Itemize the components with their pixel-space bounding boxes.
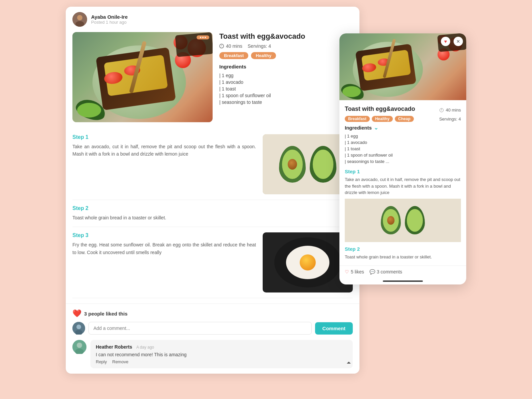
mobile-chevron-icon[interactable]: ⌄	[374, 125, 378, 131]
ingredient-1: | 1 egg	[219, 72, 353, 79]
mobile-close-button[interactable]: ✕	[454, 37, 463, 46]
engagement-section: ❤️ 3 people liked this Comment	[66, 304, 359, 374]
comment-button[interactable]: Comment	[315, 322, 353, 335]
mobile-step-1-image	[345, 199, 461, 242]
mobile-meta-row: Breakfast Healthy Cheap Servings: 4	[345, 116, 461, 122]
scroll-up-button[interactable]	[343, 358, 354, 368]
mobile-avocado-inner-right	[407, 209, 423, 232]
mobile-footer: ♡ 5 likes 💬 3 comments	[339, 265, 466, 278]
mobile-ingredient-2: | 1 avocado	[345, 139, 461, 146]
step-3-title: Step 3	[72, 232, 256, 238]
comment-content: Heather Roberts A day ago I can not reco…	[90, 340, 353, 368]
mobile-content: Toast with egg&avocado 40 mins Breakfast…	[339, 100, 466, 265]
mobile-avocado-half-right	[405, 206, 425, 234]
mobile-time-text: 40 mins	[446, 108, 461, 113]
mobile-time: 40 mins	[440, 108, 461, 113]
mobile-heart-icon: ♡	[345, 269, 349, 274]
mobile-likes-stat[interactable]: ♡ 5 likes	[345, 269, 364, 274]
mobile-step-2-title: Step 2	[345, 246, 461, 252]
mobile-avocado-seed	[387, 216, 394, 225]
ingredient-5: | seasonings to taste	[219, 99, 353, 106]
time-text: 40 mins	[226, 43, 242, 49]
mobile-clock-icon	[440, 108, 444, 112]
post-meta: Ayaba Onile-Ire Posted 1 hour ago	[91, 14, 127, 25]
mobile-likes-text: 5 likes	[351, 269, 364, 274]
step-3-desc: Fry the egg. Heat some sunflower oil. Br…	[72, 241, 256, 256]
mobile-ingredients-header: Ingredients ⌄	[345, 125, 461, 131]
mobile-tag-cheap[interactable]: Cheap	[395, 116, 414, 122]
mobile-tag-breakfast[interactable]: Breakfast	[345, 116, 370, 122]
mobile-ingredient-3: | 1 toast	[345, 146, 461, 152]
svg-point-7	[77, 343, 82, 348]
likes-row: ❤️ 3 people liked this	[72, 309, 353, 318]
step-2-desc: Toast whole grain bread in a toaster or …	[72, 214, 353, 221]
post-header: Ayaba Onile-Ire Posted 1 hour ago	[66, 7, 359, 32]
mobile-tag-healthy[interactable]: Healthy	[372, 116, 393, 122]
dot3	[205, 37, 206, 38]
mobile-comments-stat[interactable]: 💬 3 comments	[369, 269, 402, 274]
heart-icon: ❤️	[72, 309, 81, 318]
avocado-half-right	[310, 146, 336, 183]
avocado-seed	[288, 159, 297, 170]
mobile-ingredients-label: Ingredients	[345, 125, 372, 131]
mobile-ingredient-5: | seasonings to taste ...	[345, 158, 461, 165]
recipe-tags: Breakfast Healthy	[219, 52, 353, 59]
step-3-text: Step 3 Fry the egg. Heat some sunflower …	[72, 232, 256, 256]
comment-item: Heather Roberts A day ago I can not reco…	[72, 340, 353, 368]
recipe-image-background	[72, 32, 213, 122]
mobile-servings: Servings: 4	[439, 117, 461, 122]
step-1-desc: Take an avocado, cut it in half, remove …	[72, 143, 256, 158]
author-name: Ayaba Onile-Ire	[91, 14, 127, 20]
avocado-inner-right	[313, 150, 333, 179]
author-avatar	[72, 12, 87, 27]
ingredients-heading: Ingredients	[219, 64, 353, 69]
step-1-title: Step 1	[72, 134, 256, 140]
servings-text: Servings: 4	[248, 43, 271, 49]
reply-button[interactable]: Reply	[96, 359, 107, 364]
mobile-comments-text: 3 comments	[377, 269, 402, 274]
avocado-half-left	[279, 146, 306, 183]
mobile-step-1-title: Step 1	[345, 169, 461, 174]
heather-avatar	[72, 340, 86, 354]
step-2-text: Step 2 Toast whole grain bread in a toas…	[72, 205, 353, 221]
comment-text: I can not recommend more! This is amazin…	[96, 352, 347, 357]
tag-breakfast[interactable]: Breakfast	[219, 52, 248, 59]
mobile-heart-button[interactable]: ♥	[441, 37, 450, 46]
comment-time: A day ago	[136, 345, 154, 350]
remove-button[interactable]: Remove	[112, 359, 128, 364]
comment-input-row: Comment	[72, 322, 353, 335]
recipe-meta: 40 mins Servings: 4	[219, 43, 353, 49]
mobile-recipe-image: ✕ ♥	[339, 33, 466, 100]
step-1-text: Step 1 Take an avocado, cut it in half, …	[72, 134, 256, 158]
mobile-tags: Breakfast Healthy Cheap	[345, 116, 414, 122]
comment-author: Heather Roberts	[96, 344, 132, 350]
mobile-comment-icon: 💬	[369, 269, 375, 274]
mobile-step-2-desc: Toast whole grain bread in a toaster or …	[345, 254, 461, 260]
mobile-avocado-half-left	[381, 206, 401, 234]
step-2-title: Step 2	[72, 205, 353, 211]
recipe-title: Toast with egg&avocado	[219, 32, 353, 41]
mobile-ingredient-1: | 1 egg	[345, 133, 461, 139]
recipe-info-panel: Toast with egg&avocado 40 mins Servings:…	[219, 32, 353, 122]
mobile-step-1-desc: Take an avocado, cut it in half, remove …	[345, 176, 461, 196]
scroll-controls	[66, 298, 359, 304]
clock-icon	[219, 44, 224, 48]
mobile-avocado-illustration	[345, 199, 461, 242]
comment-input[interactable]	[88, 322, 312, 335]
step-3-row: Step 3 Fry the egg. Heat some sunflower …	[72, 227, 353, 298]
tag-healthy[interactable]: Healthy	[251, 52, 276, 59]
recipe-hero-image	[72, 32, 213, 122]
commenter-avatar	[72, 322, 85, 335]
steps-section: Step 1 Take an avocado, cut it in half, …	[66, 129, 359, 298]
mobile-ingredient-4: | 1 spoon of sunflower oil	[345, 152, 461, 158]
recipe-content: Toast with egg&avocado 40 mins Servings:…	[66, 32, 359, 129]
more-options-button[interactable]	[197, 35, 209, 39]
step-2-row: Step 2 Toast whole grain bread in a toas…	[72, 200, 353, 227]
step-1-row: Step 1 Take an avocado, cut it in half, …	[72, 129, 353, 200]
comment-actions: Reply Remove	[96, 359, 347, 364]
ingredient-3: | 1 toast	[219, 85, 353, 92]
mobile-footer-stats: ♡ 5 likes 💬 3 comments	[345, 269, 402, 274]
svg-point-4	[76, 325, 81, 329]
mobile-recipe-title: Toast with egg&avocado	[345, 106, 415, 113]
mobile-bottom-bar	[339, 278, 466, 284]
